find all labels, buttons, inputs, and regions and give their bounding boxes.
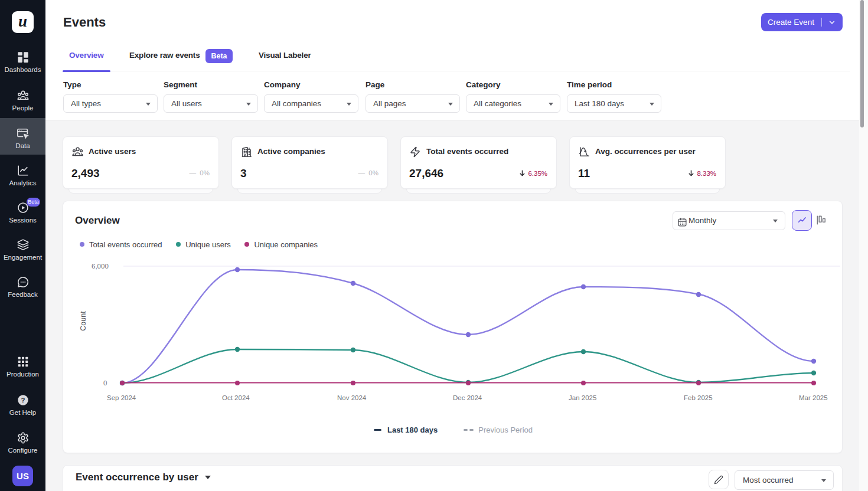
svg-text:?: ? [21, 397, 25, 404]
